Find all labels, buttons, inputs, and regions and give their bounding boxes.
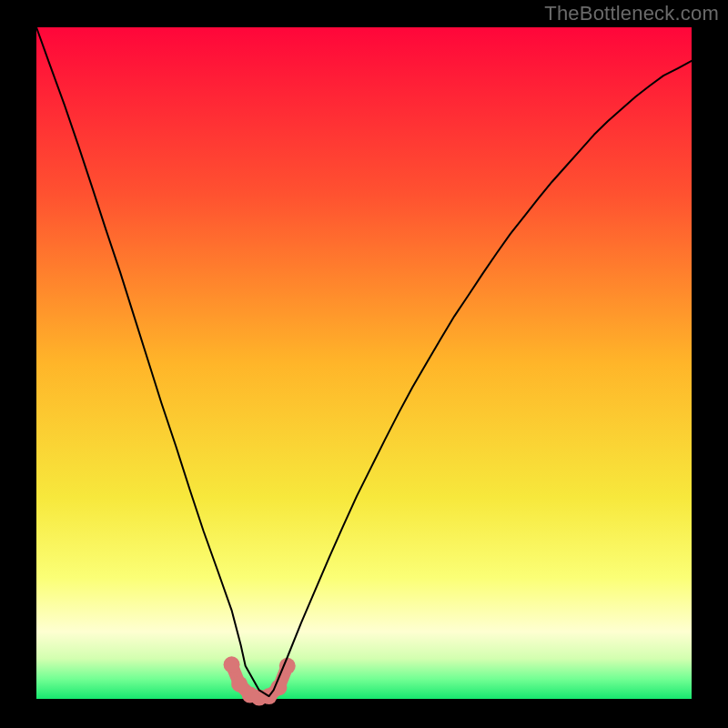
chart-frame: TheBottleneck.com [0,0,728,728]
marker-dot [270,679,287,695]
marker-dot [224,656,240,672]
bottleneck-chart [0,0,728,728]
attribution-text: TheBottleneck.com [544,2,719,25]
plot-background [36,27,692,699]
